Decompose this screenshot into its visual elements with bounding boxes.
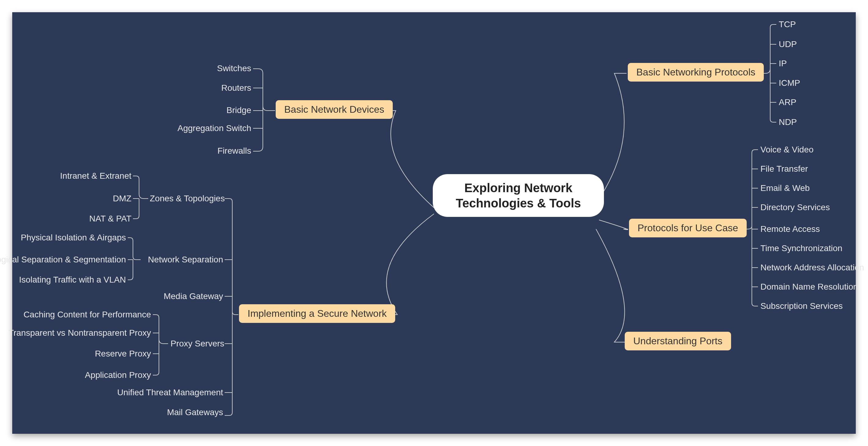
node-mail[interactable]: Mail Gateways: [156, 408, 223, 417]
node-utm[interactable]: Unified Threat Management: [116, 388, 223, 397]
leaf-dns[interactable]: Domain Name Resolution: [761, 282, 858, 292]
leaf-ft[interactable]: File Transfer: [761, 164, 808, 174]
leaf-voice[interactable]: Voice & Video: [761, 145, 814, 155]
branch-secure-network-label: Implementing a Secure Network: [248, 308, 386, 319]
leaf-caching[interactable]: Caching Content for Performance: [9, 310, 151, 320]
leaf-sub[interactable]: Subscription Services: [761, 301, 843, 311]
leaf-vlan[interactable]: Isolating Traffic with a VLAN: [6, 275, 126, 285]
leaf-transparent[interactable]: Transparent vs Nontransparent Proxy: [0, 328, 151, 338]
branch-secure-network[interactable]: Implementing a Secure Network: [239, 304, 395, 323]
leaf-icmp[interactable]: ICMP: [779, 78, 800, 88]
node-media[interactable]: Media Gateway: [162, 291, 223, 301]
leaf-segmentation[interactable]: Logical Separation & Segmentation: [0, 255, 126, 264]
leaf-nat[interactable]: NAT & PAT: [31, 214, 131, 224]
leaf-bridge[interactable]: Bridge: [119, 105, 251, 115]
leaf-dir[interactable]: Directory Services: [761, 202, 830, 212]
branch-ports[interactable]: Understanding Ports: [625, 332, 731, 350]
center-line2: Technologies & Tools: [456, 196, 581, 210]
leaf-remote[interactable]: Remote Access: [761, 224, 820, 234]
leaf-time[interactable]: Time Synchronization: [761, 244, 842, 253]
branch-basic-devices-label: Basic Network Devices: [284, 104, 384, 115]
leaf-firewalls[interactable]: Firewalls: [119, 146, 251, 156]
branch-protocols-label: Basic Networking Protocols: [636, 67, 755, 77]
branch-protocols[interactable]: Basic Networking Protocols: [628, 63, 764, 82]
branch-basic-devices[interactable]: Basic Network Devices: [276, 100, 393, 119]
leaf-alloc[interactable]: Network Address Allocation: [761, 263, 864, 273]
leaf-arp[interactable]: ARP: [779, 97, 797, 107]
leaf-routers[interactable]: Routers: [119, 83, 251, 93]
node-proxy[interactable]: Proxy Servers: [170, 339, 223, 349]
leaf-aggswitch[interactable]: Aggregation Switch: [119, 123, 251, 133]
leaf-udp[interactable]: UDP: [779, 39, 797, 49]
leaf-ip[interactable]: IP: [779, 59, 787, 68]
center-node[interactable]: Exploring Network Technologies & Tools: [433, 174, 604, 217]
branch-usecase[interactable]: Protocols for Use Case: [629, 219, 747, 237]
center-line1: Exploring Network: [464, 181, 572, 195]
branch-ports-label: Understanding Ports: [633, 336, 722, 346]
mindmap-canvas: Exploring Network Technologies & Tools B…: [12, 12, 856, 434]
leaf-ndp[interactable]: NDP: [779, 117, 797, 127]
leaf-email[interactable]: Email & Web: [761, 183, 810, 193]
leaf-tcp[interactable]: TCP: [779, 20, 796, 29]
leaf-reverse[interactable]: Reserve Proxy: [70, 349, 151, 359]
leaf-dmz[interactable]: DMZ: [31, 194, 131, 203]
node-separation[interactable]: Network Separation: [142, 255, 223, 264]
leaf-intranet[interactable]: Intranet & Extranet: [31, 171, 131, 181]
leaf-airgaps[interactable]: Physical Isolation & Airgaps: [0, 233, 126, 243]
leaf-appproxy[interactable]: Application Proxy: [58, 370, 151, 380]
branch-usecase-label: Protocols for Use Case: [638, 222, 738, 233]
leaf-switches[interactable]: Switches: [119, 64, 251, 73]
node-zones[interactable]: Zones & Topologies: [150, 194, 223, 203]
